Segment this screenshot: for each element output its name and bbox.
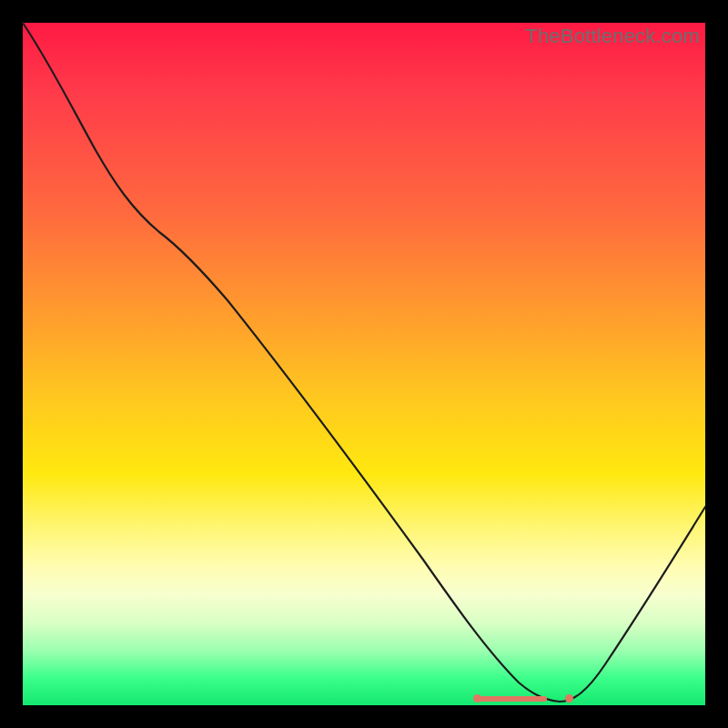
bottleneck-curve-path — [23, 23, 705, 702]
watermark-text: TheBottleneck.com — [525, 25, 700, 48]
optimal-range-marker — [476, 696, 547, 702]
optimal-range-start-dot — [473, 694, 481, 703]
chart-frame: TheBottleneck.com — [23, 23, 705, 705]
bottleneck-curve — [23, 23, 705, 705]
optimal-point-marker — [565, 694, 573, 703]
